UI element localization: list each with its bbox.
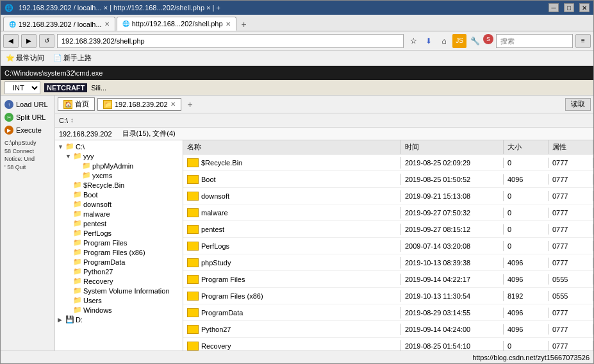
tree-item-yyy[interactable]: ▼ 📁 yyy	[56, 151, 181, 161]
tree-item-svi[interactable]: 📁 System Volume Information	[56, 286, 181, 295]
s-icon: S	[483, 34, 493, 44]
split-url-item[interactable]: ✂ Split URL	[1, 111, 54, 124]
read-button[interactable]: 读取	[565, 98, 591, 111]
tree-item-windows[interactable]: 📁 Windows	[56, 305, 181, 315]
tree-item-yxcms[interactable]: 📁 yxcms	[56, 170, 181, 180]
table-row[interactable]: ProgramData 2019-08-29 03:14:55 4096 077…	[183, 304, 593, 321]
tree-label-programdata: ProgramData	[83, 258, 125, 266]
int-dropdown[interactable]: INT	[4, 81, 40, 94]
fm-new-tab-button[interactable]: +	[184, 98, 197, 111]
table-row[interactable]: pentest 2019-09-27 08:15:12 0 0777	[183, 221, 593, 238]
tree-item-root[interactable]: ▼ 📁 C:\	[56, 142, 181, 151]
tab-1-close[interactable]: ✕	[104, 21, 110, 28]
col-header-size[interactable]: 大小	[504, 140, 549, 154]
download-icon[interactable]: ⬇	[422, 34, 436, 48]
fm-toolbar: 🏠 首页 📁 192.168.239.202 ✕ + 读取	[55, 95, 593, 113]
bookmark-new-hand[interactable]: 📄 新手上路	[51, 52, 94, 64]
folder-icon	[187, 275, 199, 284]
col-header-time[interactable]: 时间	[401, 140, 504, 154]
bookmarks-bar: ⭐ 最常访问 📄 新手上路	[1, 51, 593, 66]
back-button[interactable]: ◀	[3, 34, 19, 48]
file-attr: 0555	[549, 291, 593, 301]
file-name: Recovery	[183, 340, 401, 351]
table-row[interactable]: Program Files (x86) 2019-10-13 11:30:54 …	[183, 288, 593, 304]
reload-button[interactable]: ↺	[39, 34, 54, 48]
file-size: 4096	[504, 308, 549, 318]
tree-item-pentest[interactable]: 📁 pentest	[56, 219, 181, 228]
fm-tab-ip[interactable]: 📁 192.168.239.202 ✕	[97, 98, 181, 111]
forward-button[interactable]: ▶	[21, 34, 37, 48]
tree-item-programfiles[interactable]: 📁 Program Files	[56, 238, 181, 247]
file-size: 8192	[504, 291, 549, 301]
tree-item-boot[interactable]: 📁 Boot	[56, 190, 181, 199]
ip-tab-close[interactable]: ✕	[170, 101, 176, 108]
tree-item-programdata[interactable]: 📁 ProgramData	[56, 257, 181, 267]
file-time: 2019-09-27 08:15:12	[401, 224, 504, 235]
address-input[interactable]	[57, 34, 404, 48]
minimize-button[interactable]: ─	[549, 3, 559, 12]
tab-2-close[interactable]: ✕	[226, 21, 231, 28]
file-name-text: Recovery	[201, 342, 231, 350]
folder-icon	[187, 225, 199, 234]
tree-label-programfiles: Program Files	[83, 239, 127, 247]
expand-icon: ▼	[58, 144, 64, 150]
table-row[interactable]: $Recycle.Bin 2019-08-25 02:09:29 0 0777	[183, 154, 593, 171]
tree-item-python27[interactable]: 📁 Python27	[56, 267, 181, 276]
file-name-text: phpStudy	[201, 259, 231, 267]
table-row[interactable]: PerfLogs 2009-07-14 03:20:08 0 0777	[183, 238, 593, 254]
tree-item-recycle[interactable]: 📁 $Recycle.Bin	[56, 180, 181, 190]
folder-icon-phpmyadmin: 📁	[82, 161, 91, 170]
extension-icon[interactable]: 🔧	[468, 34, 482, 48]
file-time: 2019-08-25 01:50:52	[401, 174, 504, 185]
col-header-name[interactable]: 名称	[183, 140, 401, 154]
fm-tab-home[interactable]: 🏠 首页	[58, 97, 95, 111]
dir-info: 目录(15), 文件(4)	[122, 129, 176, 138]
tree-item-users[interactable]: 📁 Users	[56, 295, 181, 305]
search-input[interactable]	[496, 34, 573, 48]
tree-label-svi: System Volume Information	[83, 287, 170, 295]
tree-item-programfiles86[interactable]: 📁 Program Files (x86)	[56, 247, 181, 257]
tree-item-malware[interactable]: 📁 malware	[56, 209, 181, 219]
table-row[interactable]: Boot 2019-08-25 01:50:52 4096 0777	[183, 171, 593, 188]
folder-icon-windows: 📁	[73, 306, 82, 314]
table-row[interactable]: Program Files 2019-09-14 04:22:17 4096 0…	[183, 271, 593, 288]
tree-item-d[interactable]: ▶ 💾 D:	[56, 315, 181, 324]
table-row[interactable]: downsoft 2019-09-21 15:13:08 0 0777	[183, 188, 593, 204]
tree-item-perflogs[interactable]: 📁 PerfLogs	[56, 228, 181, 238]
tab-1[interactable]: 🌐 192.168.239.202 / localh... ✕	[3, 17, 115, 31]
error-text: C:\phpStudy58 ConnectNotice: Und' 58 Qui…	[1, 136, 54, 174]
file-size: 0	[504, 191, 549, 201]
tree-label-perflogs: PerfLogs	[83, 229, 111, 237]
bookmark-icon[interactable]: ☆	[406, 34, 420, 48]
table-row[interactable]: Python27 2019-09-14 04:24:00 4096 0777	[183, 321, 593, 338]
folder-icon	[187, 325, 199, 334]
bookmark-frequently-visited[interactable]: ⭐ 最常访问	[3, 52, 47, 64]
load-url-item[interactable]: ↑ Load URL	[1, 98, 54, 111]
file-browser-body: ▼ 📁 C:\ ▼ 📁 yyy 📁 phpMyAdmin	[55, 140, 593, 351]
file-time: 2019-09-14 04:22:17	[401, 274, 504, 285]
file-time: 2019-08-25 02:09:29	[401, 158, 504, 168]
file-time: 2009-07-14 03:20:08	[401, 241, 504, 251]
tree-item-downsoft[interactable]: 📁 downsoft	[56, 199, 181, 209]
folder-icon	[187, 258, 199, 267]
table-row[interactable]: phpStudy 2019-10-13 08:39:38 4096 0777	[183, 254, 593, 271]
file-name: Boot	[183, 174, 401, 185]
tree-item-phpmyadmin[interactable]: 📁 phpMyAdmin	[56, 161, 181, 170]
home-icon[interactable]: ⌂	[437, 34, 451, 48]
tab-2[interactable]: 🌐 http://192.168...202/shell.php ✕	[117, 17, 236, 31]
file-attr: 0777	[549, 208, 593, 218]
settings-button[interactable]: ≡	[575, 34, 591, 48]
table-row[interactable]: Recovery 2019-08-25 01:54:10 0 0777	[183, 338, 593, 351]
maximize-button[interactable]: □	[564, 3, 574, 12]
col-header-attr[interactable]: 属性	[549, 140, 593, 154]
close-button[interactable]: ✕	[579, 3, 590, 12]
folder-icon-downsoft: 📁	[73, 200, 82, 208]
file-size: 4096	[504, 324, 549, 335]
new-tab-button[interactable]: +	[238, 18, 251, 31]
folder-icon-yxcms: 📁	[82, 171, 91, 179]
execute-item[interactable]: ▶ Execute	[1, 124, 54, 136]
folder-icon-programfiles86: 📁	[73, 248, 82, 256]
table-row[interactable]: malware 2019-09-27 07:50:32 0 0777	[183, 204, 593, 221]
file-attr: 0777	[549, 224, 593, 235]
tree-item-recovery[interactable]: 📁 Recovery	[56, 276, 181, 286]
